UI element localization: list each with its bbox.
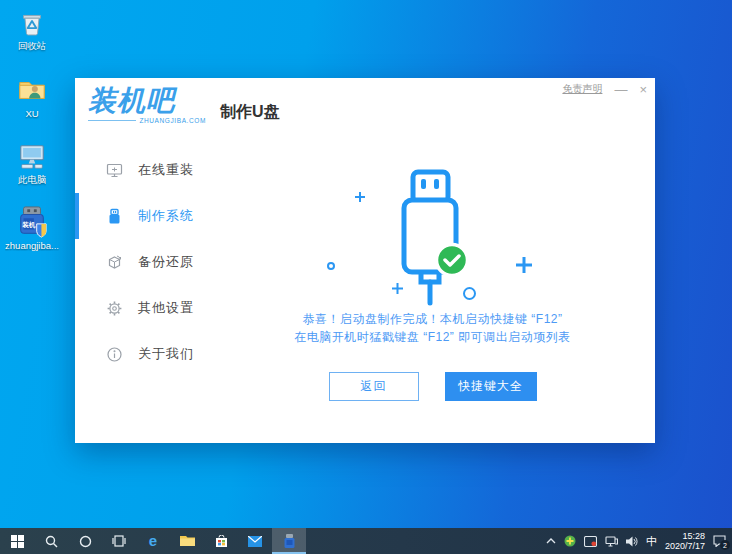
app-logo-text: 装机吧	[88, 86, 206, 116]
backup-restore-icon	[106, 254, 123, 271]
app-logo-subtext: ZHUANGJIBA.COM	[139, 117, 206, 124]
button-row: 返回 快捷键大全	[210, 372, 655, 401]
about-us-icon	[106, 346, 123, 363]
file-explorer-button[interactable]	[170, 528, 204, 554]
desktop-icon-this-pc[interactable]: 此电脑	[2, 140, 62, 187]
clock-date: 2020/7/17	[665, 541, 705, 551]
hotkey-list-button[interactable]: 快捷键大全	[445, 372, 537, 401]
edge-button[interactable]: e	[136, 528, 170, 554]
file-explorer-icon	[180, 535, 195, 547]
volume-icon[interactable]	[626, 536, 638, 547]
this-pc-icon	[16, 140, 48, 172]
cortana-button[interactable]	[68, 528, 102, 554]
decor-dot	[327, 262, 335, 270]
sidebar-item-label: 备份还原	[138, 253, 194, 271]
sidebar-item-online-reinstall[interactable]: 在线重装	[75, 147, 210, 193]
hidden-icons-chevron[interactable]	[546, 538, 556, 544]
close-button[interactable]: ×	[639, 83, 647, 96]
user-folder-icon	[16, 74, 48, 106]
make-system-icon	[106, 208, 123, 225]
task-view-button[interactable]	[102, 528, 136, 554]
desktop-icon-zhuangjiba[interactable]: 装机 zhuangjiba...	[2, 206, 62, 251]
success-message-line2: 在电脑开机时猛戳键盘 “F12” 即可调出启动项列表	[210, 328, 655, 346]
network-icon[interactable]	[605, 536, 618, 547]
notification-badge: 2	[720, 540, 730, 550]
decor-plus-small-1	[355, 192, 365, 202]
sidebar-item-other-settings[interactable]: 其他设置	[75, 285, 210, 331]
logo-underline	[88, 120, 136, 121]
start-icon	[11, 535, 24, 548]
edge-icon: e	[149, 534, 157, 548]
cortana-icon	[79, 535, 92, 548]
sidebar-item-backup-restore[interactable]: 备份还原	[75, 239, 210, 285]
desktop-icon-label: 此电脑	[18, 174, 47, 187]
start-button[interactable]	[0, 528, 34, 554]
sidebar-item-label: 关于我们	[138, 345, 194, 363]
mail-icon	[248, 536, 262, 547]
sidebar-item-about-us[interactable]: 关于我们	[75, 331, 210, 377]
screen-capture-icon[interactable]	[584, 536, 597, 547]
app-logo: 装机吧 ZHUANGJIBA.COM	[88, 86, 206, 124]
search-icon	[45, 535, 58, 548]
success-message: 恭喜！启动盘制作完成！本机启动快捷键 “F12” 在电脑开机时猛戳键盘 “F12…	[210, 310, 655, 346]
mail-button[interactable]	[238, 528, 272, 554]
clock[interactable]: 15:28 2020/7/17	[665, 531, 705, 551]
ime-indicator[interactable]: 中	[646, 534, 657, 549]
desktop-icon-label: 回收站	[18, 40, 47, 53]
recycle-bin-icon	[16, 6, 48, 38]
desktop-icon-recycle-bin[interactable]: 回收站	[2, 6, 62, 53]
svg-text:装机: 装机	[21, 221, 36, 229]
desktop-icon-label: XU	[25, 108, 38, 119]
search-button[interactable]	[34, 528, 68, 554]
page-title: 制作U盘	[220, 102, 280, 123]
sidebar-item-make-system[interactable]: 制作系统	[75, 193, 210, 239]
sidebar-item-label: 在线重装	[138, 161, 194, 179]
desktop-icon-label: zhuangjiba...	[5, 240, 59, 251]
window-titlebar: 免责声明 — ×	[562, 82, 647, 96]
antivirus-icon[interactable]	[564, 535, 576, 547]
desktop-icon-user-folder[interactable]: XU	[2, 74, 62, 119]
taskbar-zhuangjiba-app[interactable]	[272, 528, 306, 554]
decor-plus-large	[516, 257, 532, 273]
decor-plus-small-2	[392, 283, 403, 294]
disclaimer-link[interactable]: 免责声明	[562, 82, 602, 96]
clock-time: 15:28	[665, 531, 705, 541]
task-view-icon	[112, 535, 126, 547]
success-message-line1: 恭喜！启动盘制作完成！本机启动快捷键 “F12”	[210, 310, 655, 328]
action-center-button[interactable]: 2	[713, 535, 726, 547]
store-button[interactable]	[204, 528, 238, 554]
minimize-button[interactable]: —	[614, 83, 627, 96]
decor-ring	[463, 287, 476, 300]
taskbar-pinned-apps: e	[0, 528, 306, 554]
sidebar: 在线重装 制作系统	[75, 147, 210, 377]
online-reinstall-icon	[106, 162, 123, 179]
back-button[interactable]: 返回	[329, 372, 419, 401]
sidebar-item-label: 制作系统	[138, 207, 194, 225]
desktop: 回收站 XU 此电脑	[0, 0, 732, 554]
store-icon	[215, 535, 228, 548]
zhuangjiba-icon	[283, 534, 296, 549]
system-tray: 中 15:28 2020/7/17 2	[546, 528, 732, 554]
other-settings-icon	[106, 300, 123, 317]
taskbar: e	[0, 528, 732, 554]
zhuangjiba-window: 免责声明 — × 装机吧 ZHUANGJIBA.COM 制作U盘	[75, 78, 655, 443]
sidebar-item-label: 其他设置	[138, 299, 194, 317]
zhuangjiba-usb-icon: 装机	[16, 206, 48, 238]
